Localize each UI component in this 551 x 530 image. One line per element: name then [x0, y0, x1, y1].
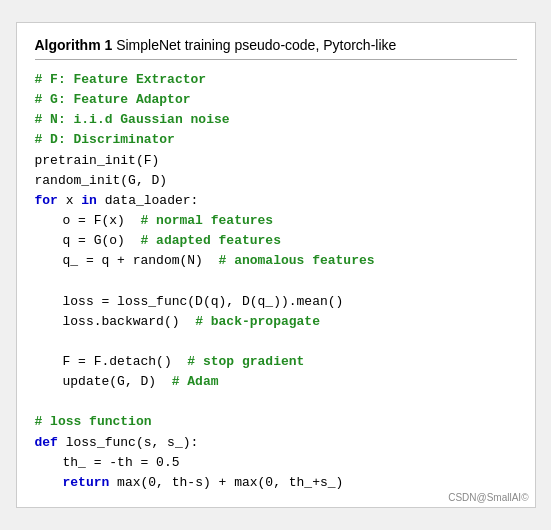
code-line-6: random_init(G, D) [35, 171, 517, 191]
code-line-15: # loss function [35, 412, 517, 432]
watermark: CSDN@SmallAI© [448, 492, 528, 503]
code-line-7: for x in data_loader: [35, 191, 517, 211]
code-line-16: def loss_func(s, s_): [35, 433, 517, 453]
code-line-17: th_ = -th = 0.5 [35, 453, 517, 473]
code-line-1: # F: Feature Extractor [35, 70, 517, 90]
code-line-18: return max(0, th-s) + max(0, th_+s_) [35, 473, 517, 493]
code-line-14: update(G, D) # Adam [35, 372, 517, 392]
code-line-12: loss.backward() # back-propagate [35, 312, 517, 332]
spacer-2 [35, 332, 517, 352]
algorithm-title-bold: Algorithm 1 [35, 37, 113, 53]
code-line-10: q_ = q + random(N) # anomalous features [35, 251, 517, 271]
spacer-3 [35, 392, 517, 412]
code-line-11: loss = loss_func(D(q), D(q_)).mean() [35, 292, 517, 312]
algorithm-title: Algorithm 1 SimpleNet training pseudo-co… [35, 37, 517, 60]
code-line-4: # D: Discriminator [35, 130, 517, 150]
code-line-9: q = G(o) # adapted features [35, 231, 517, 251]
code-line-8: o = F(x) # normal features [35, 211, 517, 231]
code-line-13: F = F.detach() # stop gradient [35, 352, 517, 372]
code-line-3: # N: i.i.d Gaussian noise [35, 110, 517, 130]
code-line-2: # G: Feature Adaptor [35, 90, 517, 110]
code-block: # F: Feature Extractor # G: Feature Adap… [35, 70, 517, 493]
algorithm-title-rest: SimpleNet training pseudo-code, Pytorch-… [112, 37, 396, 53]
spacer-1 [35, 271, 517, 291]
algorithm-box: Algorithm 1 SimpleNet training pseudo-co… [16, 22, 536, 508]
code-line-5: pretrain_init(F) [35, 151, 517, 171]
